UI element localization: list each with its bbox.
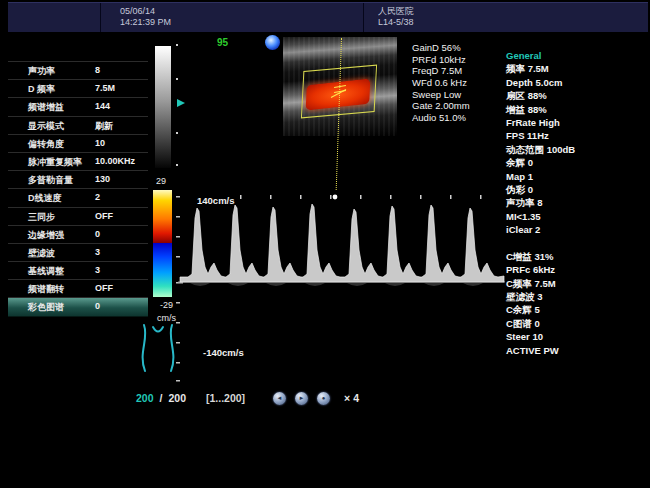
- status-line: 扇区 88%: [506, 90, 648, 103]
- scale-tick: [270, 195, 272, 199]
- next-frame-button[interactable]: ►: [295, 392, 308, 405]
- gray-map-pointer-icon: [177, 99, 185, 107]
- body-marker-icon[interactable]: [136, 322, 182, 374]
- parameter-row-1[interactable]: 声功率8: [8, 62, 148, 80]
- parameter-value: 3: [95, 247, 100, 257]
- status-spacer: [506, 237, 648, 250]
- scale-tick: [480, 195, 482, 199]
- parameter-value: 8: [95, 65, 100, 75]
- doppler-param-line: Sweep Low: [412, 89, 470, 101]
- status-line: C图谱 0: [506, 318, 648, 331]
- sweep-marker: [333, 195, 338, 200]
- prev-frame-button[interactable]: ◄: [273, 392, 286, 405]
- parameter-row-6[interactable]: 脉冲重复频率10.00KHz: [8, 153, 148, 171]
- parameter-label: 彩色图谱: [28, 301, 64, 314]
- next-frame-icon: ►: [299, 395, 305, 401]
- parameter-label: 基线调整: [28, 265, 64, 278]
- parameter-row-7[interactable]: 多普勒音量130: [8, 171, 148, 189]
- doppler-param-line: Gate 2.00mm: [412, 100, 470, 112]
- parameter-label: 壁滤波: [28, 247, 55, 260]
- parameter-value: 130: [95, 174, 110, 184]
- parameter-value: OFF: [95, 283, 113, 293]
- gray-bar-tick: [176, 78, 178, 80]
- parameter-label: 边缘增强: [28, 229, 64, 242]
- cine-separator: /: [160, 392, 163, 404]
- parameter-value: 0: [95, 229, 100, 239]
- parameter-value: 0: [95, 301, 100, 311]
- scale-tick: [176, 256, 180, 258]
- parameter-row-2[interactable]: D 频率7.5M: [8, 80, 148, 98]
- status-line: FPS 11Hz: [506, 130, 648, 143]
- scale-tick: [176, 302, 180, 304]
- cine-frame-range: [1...200]: [206, 392, 245, 404]
- status-line: Map 1: [506, 171, 648, 184]
- status-line: 增益 88%: [506, 104, 648, 117]
- probe-model: L14-5/38: [378, 17, 414, 28]
- status-line: 频率 7.5M: [506, 63, 648, 76]
- parameter-label: 脉冲重复频率: [28, 156, 82, 169]
- scale-tick: [176, 216, 180, 218]
- parameter-row-5[interactable]: 偏转角度10: [8, 135, 148, 153]
- parameter-label: 显示模式: [28, 120, 64, 133]
- status-panel: General频率 7.5MDepth 5.0cm扇区 88%增益 88%FrR…: [506, 50, 648, 358]
- header-divider: [100, 3, 101, 32]
- color-scale-min: -29: [160, 300, 173, 310]
- color-bar-positive: [153, 190, 172, 243]
- parameter-label: 偏转角度: [28, 138, 64, 151]
- status-line: C频率 7.5M: [506, 278, 648, 291]
- scale-tick: [330, 195, 332, 199]
- exam-time: 14:21:39 PM: [120, 17, 171, 28]
- ultrasound-screen: 05/06/14 14:21:39 PM 人民医院 L14-5/38 声功率8D…: [0, 0, 650, 488]
- scale-tick: [176, 236, 180, 238]
- velocity-scale-min: -140cm/s: [203, 347, 244, 358]
- cine-playback-buttons: ◄►●: [273, 392, 330, 405]
- parameter-row-11[interactable]: 壁滤波3: [8, 244, 148, 262]
- pw-parameter-overlay: GainD 56%PRFd 10kHzFreqD 7.5MWFd 0.6 kHz…: [412, 42, 470, 124]
- gray-bar-tick: [176, 44, 178, 46]
- velocity-scale-max: 140cm/s: [197, 195, 235, 206]
- scale-tick: [300, 195, 302, 199]
- parameter-value: 7.5M: [95, 83, 115, 93]
- cine-total-frames: 200: [168, 392, 186, 404]
- cine-current-frame: 200: [136, 392, 154, 404]
- stop-button[interactable]: ●: [317, 392, 330, 405]
- status-line: iClear 2: [506, 224, 648, 237]
- status-line: ACTIVE PW: [506, 345, 648, 358]
- status-line: 壁滤波 3: [506, 291, 648, 304]
- status-line: FrRate High: [506, 117, 648, 130]
- parameter-row-9[interactable]: 三同步OFF: [8, 208, 148, 226]
- parameter-row-10[interactable]: 边缘增强0: [8, 226, 148, 244]
- status-line: Depth 5.0cm: [506, 77, 648, 90]
- spectral-mirror-noise: [180, 283, 504, 286]
- scale-tick: [420, 195, 422, 199]
- parameter-row-14[interactable]: 彩色图谱0: [8, 298, 148, 316]
- status-line: 余辉 0: [506, 157, 648, 170]
- status-line: 声功率 8: [506, 197, 648, 210]
- doppler-param-line: GainD 56%: [412, 42, 470, 54]
- cine-bar: 200 / 200 [1...200] ◄►● × 4: [136, 390, 359, 406]
- parameter-value: 10.00KHz: [95, 156, 135, 166]
- parameter-row-4[interactable]: 显示模式刷新: [8, 117, 148, 135]
- parameter-label: D 频率: [28, 83, 55, 96]
- parameter-value: 刷新: [95, 120, 113, 133]
- status-line: Steer 10: [506, 331, 648, 344]
- parameter-row-3[interactable]: 频谱增益144: [8, 98, 148, 116]
- parameter-row-13[interactable]: 频谱翻转OFF: [8, 280, 148, 298]
- scale-tick: [240, 195, 242, 199]
- status-line: C增益 31%: [506, 251, 648, 264]
- gray-bar-tick: [176, 132, 178, 134]
- scale-tick: [450, 195, 452, 199]
- doppler-param-line: FreqD 7.5M: [412, 65, 470, 77]
- scale-tick: [176, 196, 180, 198]
- parameter-panel: 声功率8D 频率7.5M频谱增益144显示模式刷新偏转角度10脉冲重复频率10.…: [8, 61, 148, 317]
- parameter-row-12[interactable]: 基线调整3: [8, 262, 148, 280]
- parameter-label: 多普勒音量: [28, 174, 73, 187]
- frame-number: 95: [217, 37, 228, 48]
- stop-icon: ●: [322, 395, 326, 401]
- exam-date: 05/06/14: [120, 6, 155, 17]
- parameter-row-8[interactable]: D线速度2: [8, 189, 148, 207]
- status-line: PRFc 6kHz: [506, 264, 648, 277]
- scale-tick: [360, 195, 362, 199]
- doppler-param-line: PRFd 10kHz: [412, 54, 470, 66]
- parameter-label: 三同步: [28, 211, 55, 224]
